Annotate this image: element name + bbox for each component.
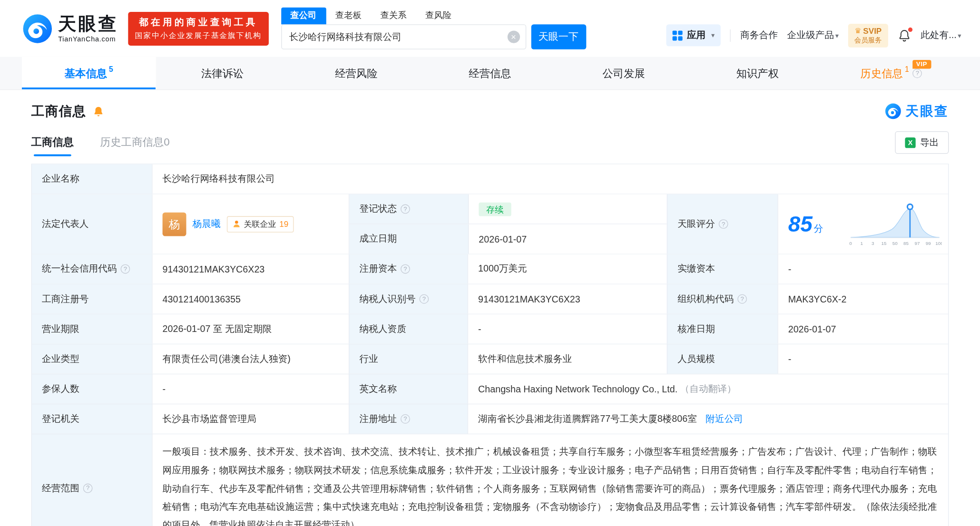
registered-address-label: 注册地址? [349,404,468,434]
help-icon[interactable]: ? [83,483,93,493]
search-tab-risk[interactable]: 查风险 [416,8,461,24]
clear-search-icon[interactable]: × [507,30,519,43]
tab-count: 5 [109,65,113,74]
industry-value: 软件和信息技术服务业 [468,344,667,374]
table-row: 工商注册号 430121400136355 纳税人识别号? 91430121MA… [32,283,948,313]
tianyancha-logo[interactable]: 天眼查 TianYanCha.com [22,13,118,43]
help-icon[interactable]: ? [401,264,410,274]
svg-text:99: 99 [926,240,931,245]
registered-address-value: 湖南省长沙县湘龙街道腾辉路77号工美大厦8楼806室 附近公司 [468,404,948,434]
approval-date-label: 核准日期 [667,314,778,344]
svip-membership-button[interactable]: ♛SVIP 会员服务 [848,23,888,47]
legal-representative-value: 杨 杨晨曦 关联企业 19 [152,195,349,254]
bell-icon [92,105,104,117]
apps-button[interactable]: 应用 ▾ [666,24,721,46]
score-number: 85 [788,212,813,236]
promo-line1: 都在用的商业查询工具 [135,16,262,28]
help-icon[interactable]: ? [121,264,130,274]
svip-label: SVIP [863,26,882,36]
taxpayer-id-label: 纳税人识别号? [349,284,468,314]
tab-label: 公司发展 [602,66,645,80]
taxpayer-qualification-label: 纳税人资质 [349,314,468,344]
section-header: 工商信息 天眼查 [31,102,949,120]
tab-label: 基本信息 [65,66,107,80]
score-distribution-chart: 0 1 3 15 50 85 97 99 100 [848,199,942,249]
legal-representative-link[interactable]: 杨晨曦 [193,218,221,230]
help-icon[interactable]: ? [913,68,922,78]
business-scope-label: 经营范围? [32,434,152,526]
established-date-label: 成立日期 [349,224,468,254]
avatar[interactable]: 杨 [163,212,186,236]
nearby-companies-link[interactable]: 附近公司 [706,413,743,425]
page-title: 工商信息 [31,102,87,120]
approval-date-value: 2026-01-07 [777,314,948,344]
header-right: 应用 ▾ 商务合作 企业级产品▾ ♛SVIP 会员服务 此处有...▾ [666,23,961,47]
tab-intellectual-property[interactable]: 知识产权 [691,57,824,89]
help-icon[interactable]: ? [420,294,429,304]
enterprise-products-link[interactable]: 企业级产品▾ [787,29,839,41]
help-icon[interactable]: ? [737,294,747,304]
tab-legal-proceedings[interactable]: 法律诉讼 [156,57,289,89]
tab-company-development[interactable]: 公司发展 [557,57,691,89]
search-tab-company[interactable]: 查公司 [281,8,326,24]
brand-name: 天眼查 [906,102,949,120]
table-row: 企业类型 有限责任公司(港澳台法人独资) 行业 软件和信息技术服务业 人员规模 … [32,344,948,374]
vip-badge: VIP [912,60,931,68]
search-tab-relation[interactable]: 查关系 [371,8,416,24]
registration-number-value: 430121400136355 [152,284,349,314]
paid-capital-value: - [777,254,948,284]
paid-capital-label: 实缴资本 [667,254,778,284]
table-row: 统一社会信用代码? 91430121MAK3YC6X23 注册资本? 1000万… [32,253,948,283]
business-term-value: 2026-01-07 至 无固定期限 [152,314,349,344]
tab-operation-info[interactable]: 经营信息 [423,57,557,89]
export-button[interactable]: X 导出 [895,131,949,154]
tab-operation-risk[interactable]: 经营风险 [289,57,423,89]
subscribe-bell-button[interactable] [92,105,104,117]
business-info-table: 企业名称 长沙哈行网络科技有限公司 法定代表人 杨 杨晨曦 关联企业 19 [31,164,949,526]
english-name-value: Changsha Haxing Network Technology Co., … [468,374,948,404]
search-area: 查公司 查老板 查关系 查风险 × 天眼一下 [281,8,586,49]
svg-text:3: 3 [872,240,874,245]
watermark-brand[interactable]: 天眼查 [885,102,949,120]
chevron-down-icon: ▾ [958,32,961,39]
credit-code-label: 统一社会信用代码? [32,254,152,284]
legal-representative-label: 法定代表人 [32,195,152,254]
user-menu[interactable]: 此处有...▾ [921,29,961,41]
related-companies-count: 19 [279,219,288,229]
tab-label: 经营风险 [335,66,377,80]
help-icon[interactable]: ? [401,414,410,424]
business-cooperation-link[interactable]: 商务合作 [740,29,778,41]
search-type-tabs: 查公司 查老板 查关系 查风险 [281,8,586,24]
subtab-history-business-info[interactable]: 历史工商信息0 [100,135,169,156]
company-type-label: 企业类型 [32,344,152,374]
logo-text: 天眼查 TianYanCha.com [58,15,118,42]
search-input[interactable] [281,24,526,49]
industry-label: 行业 [349,344,468,374]
tab-basic-info[interactable]: 基本信息 5 [22,57,156,89]
logo-name: 天眼查 [58,15,118,33]
english-name-text: Changsha Haxing Network Technology Co., … [478,384,677,394]
help-icon[interactable]: ? [719,219,728,229]
search-button[interactable]: 天眼一下 [531,24,586,49]
page: 天眼查 TianYanCha.com 都在用的商业查询工具 国家中小企业发展子基… [0,0,980,526]
english-name-label: 英文名称 [349,374,468,404]
search-tab-boss[interactable]: 查老板 [326,8,371,24]
main-content: 工商信息 天眼查 工商信息 历史工商信息0 X 导出 [0,102,980,526]
tianyan-score-label: 天眼评分? [667,195,778,254]
staff-size-value: - [777,344,948,374]
promo-line2: 国家中小企业发展子基金旗下机构 [135,30,262,41]
help-icon[interactable]: ? [401,205,410,214]
table-row: 参保人数 - 英文名称 Changsha Haxing Network Tech… [32,374,948,404]
subtab-business-info[interactable]: 工商信息 [31,135,74,156]
svip-sublabel: 会员服务 [854,36,882,45]
related-companies-badge[interactable]: 关联企业 19 [227,216,294,232]
svg-text:1: 1 [861,240,863,245]
company-name-value: 长沙哈行网络科技有限公司 [152,165,948,194]
notification-bell-button[interactable] [898,29,911,42]
tab-history-info[interactable]: VIP 历史信息 1 ? [824,57,958,89]
org-code-label: 组织机构代码? [667,284,778,314]
tianyancha-logo-icon [22,13,52,43]
apps-label: 应用 [687,29,706,41]
svg-text:15: 15 [881,240,886,245]
credit-code-value: 91430121MAK3YC6X23 [152,254,349,284]
